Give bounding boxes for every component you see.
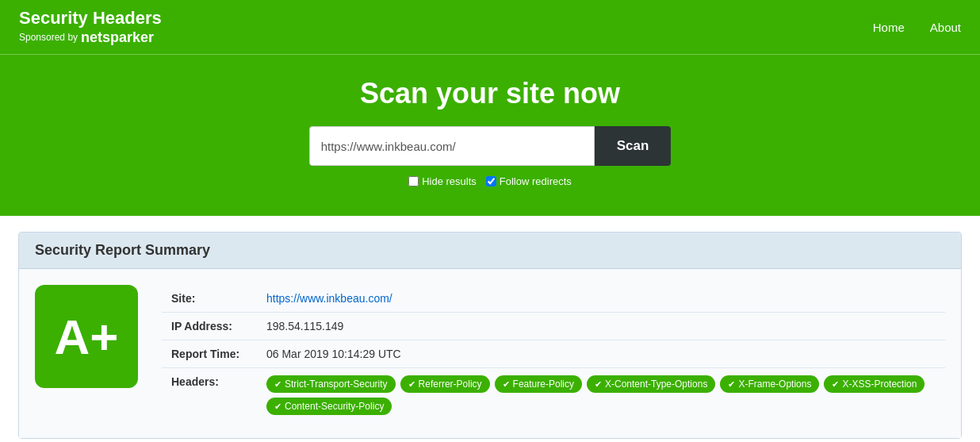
nav-about-link[interactable]: About [930,21,961,34]
scan-button[interactable]: Scan [595,126,672,166]
header-badge: X-Content-Type-Options [587,375,715,393]
hide-results-option[interactable]: Hide results [408,175,477,187]
table-row-time: Report Time: 06 Mar 2019 10:14:29 UTC [162,340,945,368]
table-row-site: Site: https://www.inkbeau.com/ [162,285,945,313]
navbar: Security Headers Sponsored by netsparker… [0,0,980,54]
hide-results-label: Hide results [422,175,477,187]
main-content: Security Report Summary A+ Site: https:/… [0,216,980,442]
scan-options: Hide results Follow redirects [16,175,964,187]
grade-box: A+ [35,285,138,388]
hero-heading: Scan your site now [16,77,964,110]
site-label: Site: [162,285,257,313]
report-card: Security Report Summary A+ Site: https:/… [18,232,962,439]
site-title: Security Headers [19,8,162,29]
site-link[interactable]: https://www.inkbeau.com/ [266,292,392,305]
nav-home-link[interactable]: Home [873,21,905,34]
header-badge: Feature-Policy [495,375,582,393]
header-badge: X-XSS-Protection [824,375,924,393]
header-badge: Strict-Transport-Security [266,375,396,393]
follow-redirects-label: Follow redirects [500,175,572,187]
report-card-body: A+ Site: https://www.inkbeau.com/ IP Add… [19,269,961,438]
header-badge: Content-Security-Policy [266,398,392,415]
time-value: 06 Mar 2019 10:14:29 UTC [257,340,945,368]
header-badge: Referrer-Policy [400,375,490,393]
header-badge: X-Frame-Options [720,375,819,393]
table-row-ip: IP Address: 198.54.115.149 [162,313,945,340]
ip-label: IP Address: [162,313,257,340]
follow-redirects-option[interactable]: Follow redirects [486,175,572,187]
table-row-headers: Headers: Strict-Transport-SecurityReferr… [162,368,945,423]
time-label: Report Time: [162,340,257,368]
report-table: Site: https://www.inkbeau.com/ IP Addres… [162,285,945,422]
report-section-title: Security Report Summary [35,242,945,259]
site-value: https://www.inkbeau.com/ [257,285,945,313]
headers-badges-cell: Strict-Transport-SecurityReferrer-Policy… [257,368,945,423]
scan-form: Scan [16,126,964,166]
hero-section: Scan your site now Scan Hide results Fol… [0,54,980,216]
ip-value: 198.54.115.149 [257,313,945,340]
headers-badges: Strict-Transport-SecurityReferrer-Policy… [266,375,936,415]
headers-label: Headers: [162,368,257,423]
netsparker-logo: netsparker [81,29,154,46]
sponsored-by-label: Sponsored by [19,32,78,43]
follow-redirects-checkbox[interactable] [486,176,496,186]
hide-results-checkbox[interactable] [408,176,419,186]
grade-value: A+ [55,309,119,365]
nav-links: Home About [873,21,961,34]
brand: Security Headers Sponsored by netsparker [19,8,162,45]
scan-input[interactable] [309,126,595,166]
sponsored-text: Sponsored by netsparker [19,29,162,46]
report-card-header: Security Report Summary [19,233,961,269]
